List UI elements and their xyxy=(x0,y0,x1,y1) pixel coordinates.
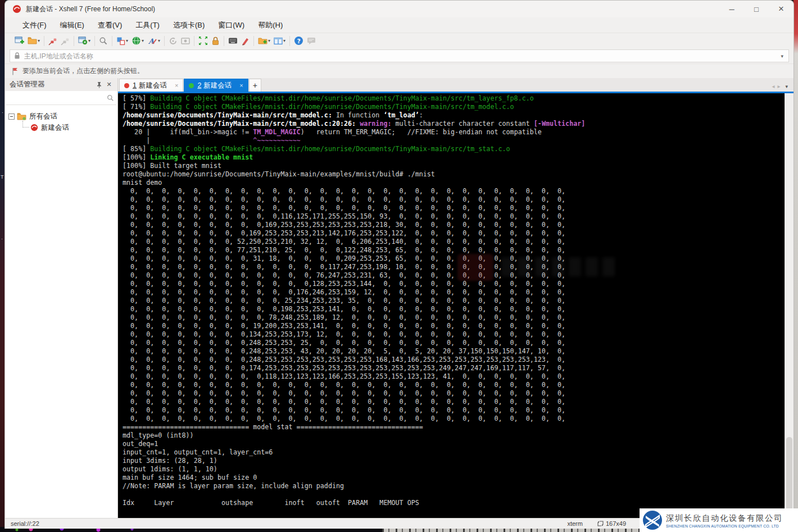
terminal-line: 0, 0, 0, 0, 0, 0, 0, 52,250,253,210, 32,… xyxy=(123,238,785,246)
terminal-line: /home/sunrise/Documents/TinyMaix-main/sr… xyxy=(123,111,785,120)
menu-help[interactable]: 帮助(H) xyxy=(252,19,289,32)
dropdown-caret-icon[interactable]: ▾ xyxy=(142,38,144,43)
session-search-input[interactable] xyxy=(8,94,107,102)
lock-screen-icon[interactable] xyxy=(210,34,221,48)
menu-edit[interactable]: 编辑(E) xyxy=(54,19,90,32)
terminal-line: 0, 0, 0, 0, 0, 0, 0, 0, 0,118,123,123,12… xyxy=(123,372,785,381)
virtual-keyboard-icon[interactable] xyxy=(226,34,239,48)
menu-tools[interactable]: 工具(T) xyxy=(129,19,166,32)
find-icon[interactable] xyxy=(97,34,110,48)
tab-session-2[interactable]: 2 新建会话 × xyxy=(184,79,248,92)
dropdown-caret-icon[interactable]: ▾ xyxy=(158,38,160,43)
terminal-line: 0, 0, 0, 0, 0, 0, 0, 0, 31, 18, 0, 0, 0,… xyxy=(123,254,785,263)
terminal-line: 0, 0, 0, 0, 0, 0, 0, 0, 0,169,253,253,25… xyxy=(123,221,785,229)
tab-session-1[interactable]: 1 新建会话 × xyxy=(119,79,183,92)
dropdown-caret-icon[interactable]: ▾ xyxy=(283,38,285,43)
tile-windows-icon[interactable]: ▾ xyxy=(115,34,130,48)
terminal-line: 0, 0, 0, 0, 0, 0, 0, 0, 0, 0, 0, 0, 0,11… xyxy=(123,263,785,271)
new-tab-button[interactable]: + xyxy=(249,79,261,92)
help-icon[interactable]: ? xyxy=(292,34,305,48)
tab-list-caret-icon[interactable]: ▾ xyxy=(783,84,794,92)
session-properties-icon[interactable]: ▾ xyxy=(76,34,92,48)
terminal-line: 0, 0, 0, 0, 0, 0, 0, 0, 0, 0, 0, 0, 0, 0… xyxy=(123,204,785,212)
disconnected-dot-icon xyxy=(124,83,129,88)
close-button[interactable]: × xyxy=(769,1,794,17)
toolbar-separator xyxy=(194,36,194,46)
terminal-line: /home/sunrise/Documents/TinyMaix-main/sr… xyxy=(123,120,785,128)
terminal-line: 0, 0, 0, 0, 0, 0, 0, 0, 19,200,253,253,1… xyxy=(123,322,785,330)
tab-scroll-left-icon[interactable]: ◂ xyxy=(772,83,777,92)
folder-icon xyxy=(17,112,26,120)
tree-session-row[interactable]: 新建会话 xyxy=(21,122,117,133)
web-tools-icon[interactable]: ▾ xyxy=(130,34,146,48)
new-session-icon[interactable] xyxy=(13,34,26,48)
menu-window[interactable]: 窗口(W) xyxy=(212,19,251,32)
session-search-box[interactable] xyxy=(6,92,116,105)
highlighter-pen-icon[interactable] xyxy=(239,34,251,48)
wallpaper-speck: · xyxy=(1,236,3,242)
tab-strip: 1 新建会话 × 2 新建会话 × + ◂ ▸ ▾ xyxy=(118,78,794,92)
session-manager-header: 会话管理器 ✕ xyxy=(5,78,117,91)
dropdown-caret-icon[interactable]: ▾ xyxy=(88,38,90,43)
terminal-output[interactable]: [ 57%] Building C object CMakeFiles/mnis… xyxy=(118,93,785,518)
dropdown-caret-icon[interactable]: ▾ xyxy=(38,38,40,43)
split-layout-icon[interactable]: ▾ xyxy=(272,34,287,48)
panel-close-icon[interactable]: ✕ xyxy=(104,80,114,90)
terminal-line: [100%] Built target mnist xyxy=(123,162,785,170)
tree-root-row[interactable]: 所有会话 xyxy=(8,111,117,122)
scrollbar-thumb[interactable] xyxy=(786,437,792,516)
pin-icon[interactable] xyxy=(94,80,104,90)
title-bar: 新建会话 - Xshell 7 (Free for Home/School) ─… xyxy=(5,1,794,17)
host-address-input[interactable] xyxy=(24,52,779,60)
toolbar-separator xyxy=(94,36,95,46)
address-field[interactable]: ▾ xyxy=(10,49,789,62)
terminal-line: 0, 0, 0, 0, 0, 0, 0, 0, 0, 0, 0, 0, 0, 0… xyxy=(123,381,785,389)
terminal-line: 0, 0, 0, 0, 0, 0, 0, 0, 0, 78,248,253,18… xyxy=(123,313,785,322)
connection-uri: serial://:22 xyxy=(11,520,567,527)
terminal-line: 0, 0, 0, 0, 0, 0, 0, 0, 0, 0, 0, 0, 0, 0… xyxy=(123,389,785,398)
toolbar: ▾ ▾ ▾ ▾ A ▾ xyxy=(5,33,794,48)
terminal-line: [100%] Linking C executable mnist xyxy=(123,153,785,162)
tree-session-label[interactable]: 新建会话 xyxy=(41,123,69,133)
search-icon[interactable] xyxy=(107,94,114,102)
message-icon xyxy=(305,34,318,48)
terminal-line: 0, 0, 0, 0, 0, 0, 0, 0, 0, 0, 0, 0, 0, 0… xyxy=(123,406,785,415)
disconnect-icon[interactable] xyxy=(47,34,59,48)
company-logo-box: 深圳长欣自动化设备有限公司 SHENZHEN CHANGXIN AUTOMATI… xyxy=(640,508,798,532)
tab-label: 新建会话 xyxy=(203,81,232,90)
new-session-folder-icon[interactable]: ▾ xyxy=(256,34,272,48)
terminal-line: 0, 0, 0, 0, 0, 0, 0, 0, 0, 0, 25,234,253… xyxy=(123,297,785,305)
terminal-line: 0, 0, 0, 0, 0, 0, 0, 0,174,253,253,253,2… xyxy=(123,364,785,372)
tab-close-icon[interactable]: × xyxy=(239,82,243,89)
menu-file[interactable]: 文件(F) xyxy=(16,19,53,32)
tab-close-icon[interactable]: × xyxy=(175,82,178,89)
tree-root-label[interactable]: 所有会话 xyxy=(29,112,57,121)
tab-number: 1 xyxy=(133,81,137,89)
terminal-line: 0, 0, 0, 0, 0, 0, 0, 0,169,253,253,253,2… xyxy=(123,229,785,238)
terminal-line: 0, 0, 0, 0, 0, 0, 0, 0, 0, 0, 0,176,246,… xyxy=(123,288,785,297)
address-dropdown-caret-icon[interactable]: ▾ xyxy=(779,53,785,59)
menu-view[interactable]: 查看(V) xyxy=(92,19,128,32)
dropdown-caret-icon[interactable]: ▾ xyxy=(268,38,270,43)
dropdown-caret-icon[interactable]: ▾ xyxy=(126,38,128,43)
font-icon[interactable]: A ▾ xyxy=(146,34,162,48)
connected-dot-icon xyxy=(189,83,194,88)
terminal-size-value: 167x49 xyxy=(606,520,626,527)
lock-icon xyxy=(14,52,20,60)
minimize-button[interactable]: ─ xyxy=(719,1,744,17)
main-area: 会话管理器 ✕ 所有会话 新建会话 xyxy=(5,78,794,518)
terminal-scrollbar[interactable] xyxy=(785,93,794,518)
terminal-line: 0, 0, 0, 0, 0, 0, 0, 0, 0, 0, 0, 0, 0, 0… xyxy=(123,415,785,423)
fullscreen-icon[interactable] xyxy=(197,34,210,48)
open-session-folder-icon[interactable]: ▾ xyxy=(26,34,42,48)
toolbar-separator xyxy=(164,36,165,46)
reconnect-icon[interactable] xyxy=(59,34,71,48)
terminal-line: 0, 0, 0, 0, 0, 0, 0, 0,248,253,253, 43, … xyxy=(123,347,785,356)
terminal-line: 0, 0, 0, 0, 0, 0, 0, 0, 0, 0, 0, 0, 0, 0… xyxy=(123,195,785,204)
tree-collapse-icon[interactable] xyxy=(8,113,15,120)
maximize-button[interactable]: □ xyxy=(744,1,769,17)
terminal-type[interactable]: xterm xyxy=(567,520,583,527)
menu-tab[interactable]: 选项卡(B) xyxy=(167,19,211,32)
toolbar-separator xyxy=(289,36,290,46)
tab-scroll-right-icon[interactable]: ▸ xyxy=(777,83,783,92)
